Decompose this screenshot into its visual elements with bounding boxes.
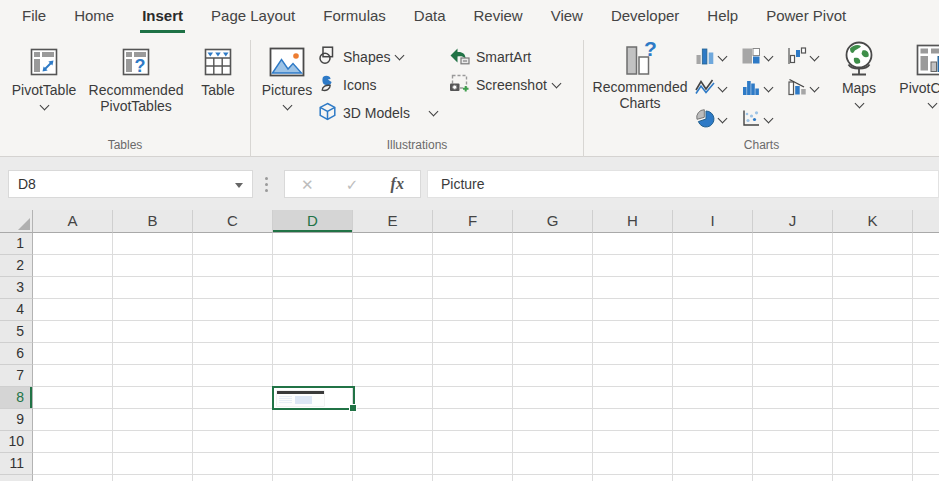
tab-page-layout[interactable]: Page Layout: [197, 0, 309, 34]
insert-pie-chart-button[interactable]: [695, 108, 726, 132]
cell-C10[interactable]: [193, 431, 273, 453]
insert-line-chart-button[interactable]: [695, 77, 726, 101]
name-box-dropdown-icon[interactable]: [235, 183, 243, 188]
insert-column-chart-button[interactable]: [695, 46, 726, 70]
cell-K3[interactable]: [833, 277, 913, 299]
icons-button[interactable]: Icons: [318, 74, 376, 96]
cell-D4[interactable]: [273, 299, 353, 321]
cell-J6[interactable]: [753, 343, 833, 365]
cell-F6[interactable]: [433, 343, 513, 365]
cell-H6[interactable]: [593, 343, 673, 365]
cell-E10[interactable]: [353, 431, 433, 453]
cell-F5[interactable]: [433, 321, 513, 343]
cell-A2[interactable]: [33, 255, 113, 277]
cell-F3[interactable]: [433, 277, 513, 299]
cell-G6[interactable]: [513, 343, 593, 365]
cell-B1[interactable]: [113, 233, 193, 255]
cell-partial[interactable]: [913, 365, 939, 387]
maps-button[interactable]: Maps: [836, 40, 882, 107]
cell-E5[interactable]: [353, 321, 433, 343]
column-header-E[interactable]: E: [353, 210, 433, 233]
cell-C3[interactable]: [193, 277, 273, 299]
cell-I7[interactable]: [673, 365, 753, 387]
cell-K4[interactable]: [833, 299, 913, 321]
tab-insert[interactable]: Insert: [128, 0, 197, 34]
cell-H3[interactable]: [593, 277, 673, 299]
cell-J3[interactable]: [753, 277, 833, 299]
cell-partial[interactable]: [913, 277, 939, 299]
cell-I11[interactable]: [673, 453, 753, 475]
cell-D2[interactable]: [273, 255, 353, 277]
column-header-C[interactable]: C: [193, 210, 273, 233]
cell-C9[interactable]: [193, 409, 273, 431]
cell-F11[interactable]: [433, 453, 513, 475]
cell-D9[interactable]: [273, 409, 353, 431]
tab-power-pivot[interactable]: Power Pivot: [752, 0, 860, 34]
cell-A4[interactable]: [33, 299, 113, 321]
insert-combo-chart-button[interactable]: [787, 77, 818, 101]
cell-E8[interactable]: [353, 387, 433, 409]
cell-E[interactable]: [353, 475, 433, 481]
cell-B9[interactable]: [113, 409, 193, 431]
cell-D11[interactable]: [273, 453, 353, 475]
cell-J8[interactable]: [753, 387, 833, 409]
cell-F7[interactable]: [433, 365, 513, 387]
column-header-A[interactable]: A: [33, 210, 113, 233]
cell-B2[interactable]: [113, 255, 193, 277]
insert-statistic-chart-button[interactable]: [741, 77, 772, 101]
column-header-D[interactable]: D: [273, 210, 353, 233]
cell-F9[interactable]: [433, 409, 513, 431]
column-header-G[interactable]: G: [513, 210, 593, 233]
cell-H11[interactable]: [593, 453, 673, 475]
column-header-J[interactable]: J: [753, 210, 833, 233]
cell-H2[interactable]: [593, 255, 673, 277]
tab-developer[interactable]: Developer: [597, 0, 693, 34]
cell-G2[interactable]: [513, 255, 593, 277]
cell-H5[interactable]: [593, 321, 673, 343]
cell-K9[interactable]: [833, 409, 913, 431]
cell-K7[interactable]: [833, 365, 913, 387]
insert-scatter-chart-button[interactable]: [741, 108, 772, 132]
row-header-8[interactable]: 8: [0, 387, 33, 409]
tab-view[interactable]: View: [537, 0, 597, 34]
cell-J10[interactable]: [753, 431, 833, 453]
cell-I8[interactable]: [673, 387, 753, 409]
cell-E1[interactable]: [353, 233, 433, 255]
recommended-pivottables-button[interactable]: ? Recommended PivotTables: [80, 42, 192, 114]
row-header-2[interactable]: 2: [0, 255, 33, 277]
cell-I5[interactable]: [673, 321, 753, 343]
cell-J2[interactable]: [753, 255, 833, 277]
cell-B10[interactable]: [113, 431, 193, 453]
cell-F1[interactable]: [433, 233, 513, 255]
cell-G7[interactable]: [513, 365, 593, 387]
cell-G8[interactable]: [513, 387, 593, 409]
cell-H10[interactable]: [593, 431, 673, 453]
cell-J11[interactable]: [753, 453, 833, 475]
cell-D7[interactable]: [273, 365, 353, 387]
tab-home[interactable]: Home: [60, 0, 128, 34]
cell-I10[interactable]: [673, 431, 753, 453]
cell-partial[interactable]: [913, 409, 939, 431]
cell-H9[interactable]: [593, 409, 673, 431]
cell-F8[interactable]: [433, 387, 513, 409]
cell-F[interactable]: [433, 475, 513, 481]
shapes-button[interactable]: Shapes: [318, 46, 403, 68]
cell-C4[interactable]: [193, 299, 273, 321]
cell-C1[interactable]: [193, 233, 273, 255]
cell-I1[interactable]: [673, 233, 753, 255]
cell-K10[interactable]: [833, 431, 913, 453]
tab-file[interactable]: File: [8, 0, 60, 34]
enter-icon[interactable]: ✓: [346, 177, 359, 192]
column-header-K[interactable]: K: [833, 210, 913, 233]
cell-E7[interactable]: [353, 365, 433, 387]
cell-C8[interactable]: [193, 387, 273, 409]
cell-J[interactable]: [753, 475, 833, 481]
cell-K8[interactable]: [833, 387, 913, 409]
cell-D3[interactable]: [273, 277, 353, 299]
pivotchart-button[interactable]: PivotChart: [890, 40, 939, 107]
cell-G10[interactable]: [513, 431, 593, 453]
cell-C5[interactable]: [193, 321, 273, 343]
cell-B6[interactable]: [113, 343, 193, 365]
cell-C7[interactable]: [193, 365, 273, 387]
cell-A1[interactable]: [33, 233, 113, 255]
